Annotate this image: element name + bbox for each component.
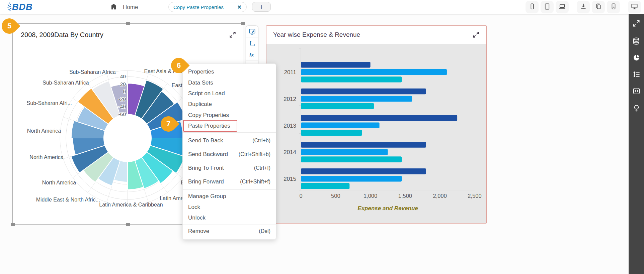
rose-sector[interactable] — [71, 145, 108, 173]
menu-item-paste-properties[interactable]: Paste Properties — [183, 121, 276, 131]
rose-axis-tick: 40 — [120, 74, 126, 79]
home-label[interactable]: Home — [123, 4, 138, 11]
menu-item-label: Send Backward — [188, 151, 228, 158]
menu-item-label: Unlock — [188, 215, 206, 221]
bar-2015-blue-series[interactable] — [301, 176, 402, 182]
bar-2014-cyan-series[interactable] — [301, 156, 402, 162]
menu-item-send-to-back[interactable]: Send To Back(Ctrl+b) — [183, 134, 276, 147]
dashboard-tab[interactable]: Copy Paste Properties ✕ — [168, 2, 247, 12]
x-axis-tick: 1,000 — [364, 193, 377, 199]
menu-item-label: Script on Load — [188, 90, 225, 97]
laptop-preview-button[interactable] — [556, 1, 569, 13]
menu-item-script-on-load[interactable]: Script on Load — [183, 88, 276, 99]
menu-item-bring-to-front[interactable]: Bring To Front(Ctrl+f) — [183, 161, 276, 175]
menu-item-unlock[interactable]: Unlock — [183, 213, 276, 223]
laptop-preview-icon — [558, 3, 566, 12]
bar-2014-dark-blue-series[interactable] — [301, 142, 426, 148]
rose-sector[interactable] — [73, 138, 105, 155]
rose-sector[interactable] — [114, 161, 128, 182]
desktop-preview-button[interactable] — [628, 1, 641, 13]
bar-2012-blue-series[interactable] — [301, 96, 412, 102]
charts-pie-icon[interactable] — [631, 52, 641, 62]
selection-handle[interactable] — [126, 22, 130, 25]
rose-sector[interactable] — [147, 145, 184, 173]
maximize-icon[interactable] — [472, 30, 480, 39]
bar-2015-dark-blue-series[interactable] — [301, 168, 426, 174]
x-axis-tick: 500 — [331, 193, 340, 199]
add-tab-button[interactable]: + — [252, 2, 271, 12]
rose-sector[interactable] — [128, 83, 145, 115]
design-chart-icon[interactable] — [246, 26, 258, 37]
rose-sector[interactable] — [83, 152, 114, 182]
menu-item-shortcut: (Ctrl+b) — [252, 138, 270, 144]
tablet-preview-button[interactable] — [541, 1, 554, 13]
bar-2015-cyan-series[interactable] — [301, 183, 349, 189]
bar-2011-cyan-series[interactable] — [301, 77, 402, 83]
rose-category-label: North America — [29, 154, 63, 160]
bar-2014-blue-series[interactable] — [301, 149, 388, 155]
menu-item-data-sets[interactable]: Data Sets — [183, 77, 276, 88]
menu-item-copy-properties[interactable]: Copy Properties — [183, 110, 276, 121]
menu-item-duplicate[interactable]: Duplicate — [183, 99, 276, 110]
menu-item-label: Duplicate — [188, 101, 212, 108]
menu-item-label: Properties — [188, 68, 214, 75]
bar-2013-dark-blue-series[interactable] — [301, 115, 457, 121]
storage-button[interactable] — [607, 1, 620, 13]
rose-sector[interactable] — [150, 138, 185, 156]
bar-category-label: 2011 — [284, 69, 296, 76]
rose-sector[interactable] — [135, 157, 159, 188]
rose-sector[interactable] — [78, 88, 113, 124]
bar-category-label: 2015 — [284, 176, 296, 182]
expand-icon[interactable] — [631, 18, 641, 28]
axes-settings-icon[interactable] — [246, 37, 258, 49]
selection-handle[interactable] — [126, 223, 130, 226]
rose-sector[interactable] — [111, 84, 128, 116]
rose-sector[interactable] — [71, 121, 105, 138]
home-icon[interactable] — [110, 3, 117, 12]
bar-category-label: 2014 — [284, 149, 296, 155]
bdb-logo[interactable]: BDB — [7, 1, 33, 13]
bar-2013-blue-series[interactable] — [301, 123, 380, 129]
rose-sector[interactable] — [77, 107, 108, 131]
rose-category-label: North America — [42, 180, 76, 185]
bar-category-label: 2012 — [284, 96, 296, 102]
selection-handle[interactable] — [241, 22, 245, 25]
export-download-button[interactable] — [577, 1, 590, 13]
rose-sector[interactable] — [135, 80, 163, 119]
bar-chart: 2011201220132014201505001,0001,5002,0002… — [266, 44, 486, 223]
menu-item-manage-group[interactable]: Manage Group — [183, 191, 276, 201]
menu-item-lock[interactable]: Lock — [183, 202, 276, 213]
menu-item-label: Send To Back — [188, 137, 223, 144]
x-axis-tick: 2,000 — [433, 193, 447, 199]
rose-sector[interactable] — [92, 81, 120, 119]
bar-2011-dark-blue-series[interactable] — [301, 62, 371, 68]
insights-bulb-icon[interactable] — [631, 103, 641, 113]
bar-chart-widget[interactable]: Year wise Expense & Revenue 201120122013… — [266, 25, 487, 224]
bar-2011-blue-series[interactable] — [301, 69, 447, 75]
duplicate-dashboard-button[interactable] — [592, 1, 605, 13]
formula-fx-icon[interactable]: fx — [246, 49, 258, 61]
menu-item-send-backward[interactable]: Send Backward(Ctrl+Shift+b) — [183, 147, 276, 161]
bar-2012-dark-blue-series[interactable] — [301, 89, 426, 95]
bar-chart-title: Year wise Expense & Revenue — [273, 31, 360, 38]
x-axis-title: Expense and Revenue — [357, 205, 418, 212]
menu-item-shortcut: (Ctrl+f) — [254, 165, 270, 171]
maximize-icon[interactable] — [228, 30, 237, 39]
rose-sector[interactable] — [128, 161, 144, 190]
tab-close-icon[interactable]: ✕ — [237, 4, 242, 10]
rose-sector[interactable] — [142, 152, 173, 183]
rose-category-label: Sub-Saharan Africa — [69, 69, 116, 75]
bar-2012-cyan-series[interactable] — [301, 103, 374, 109]
x-axis-tick: 0 — [299, 193, 302, 199]
data-source-icon[interactable] — [631, 36, 641, 46]
component-list-icon[interactable] — [631, 69, 641, 79]
logo-dots-icon — [7, 1, 12, 13]
menu-item-properties[interactable]: Properties — [183, 66, 276, 77]
mobile-preview-button[interactable] — [526, 1, 539, 13]
menu-item-remove[interactable]: Remove(Del) — [183, 226, 276, 237]
custom-script-icon[interactable] — [631, 86, 641, 96]
selection-handle[interactable] — [11, 223, 15, 226]
menu-item-bring-forward[interactable]: Bring Forward(Ctrl+Shift+f) — [183, 175, 276, 188]
rose-sector[interactable] — [98, 157, 120, 185]
bar-2013-cyan-series[interactable] — [301, 130, 362, 136]
